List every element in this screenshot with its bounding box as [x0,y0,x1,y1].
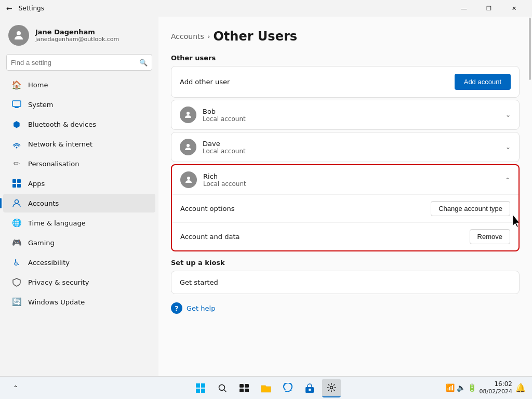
avatar [8,25,29,46]
svg-rect-6 [12,184,16,188]
dave-chevron: ⌄ [506,143,511,151]
nav-personalisation[interactable]: ✏️ Personalisation [3,154,155,173]
bob-card-row[interactable]: Bob Local account ⌄ [171,100,519,129]
nav-gaming[interactable]: 🎮 Gaming [3,233,155,252]
volume-tray-icon[interactable]: 🔈 [457,383,466,392]
nav-bluetooth[interactable]: ⬢ Bluetooth & devices [3,115,155,134]
nav-time-label: Time & language [28,219,86,227]
dave-type: Local account [203,148,246,155]
bob-chevron: ⌄ [506,111,511,118]
settings-taskbar-icon [326,382,337,393]
svg-rect-14 [196,389,200,393]
taskbar-fileexplorer-button[interactable] [257,379,275,397]
dave-card-row[interactable]: Dave Local account ⌄ [171,132,519,162]
svg-point-11 [187,177,190,180]
kiosk-card: Get started [171,271,520,294]
nav-apps[interactable]: Apps [3,174,155,193]
bob-info: Bob Local account [203,108,246,123]
remove-button[interactable]: Remove [470,229,510,244]
change-account-container: Change account type [431,201,510,216]
nav-time[interactable]: 🌐 Time & language [3,214,155,232]
maximize-button[interactable]: ❐ [477,0,501,17]
content-area: Accounts › Other Users Other users Add o… [158,17,532,376]
system-icon [11,99,22,110]
svg-rect-1 [12,101,21,107]
update-icon: 🔄 [11,297,22,307]
network-tray-icon[interactable]: 📶 [446,383,455,392]
start-button[interactable] [191,379,210,397]
dave-card-left: Dave Local account [180,139,246,155]
account-data-label: Account and data [180,233,240,241]
rich-card-left: Rich Local account [180,171,246,188]
user-profile: Jane Dagenham janedagenham@outlook.com [0,17,158,52]
nav-accessibility-label: Accessibility [28,259,70,267]
file-explorer-icon [261,383,271,393]
taskbar-chevron[interactable]: ⌃ [6,379,25,397]
rich-info: Rich Local account [203,172,246,188]
nav-accessibility[interactable]: ♿ Accessibility [3,253,155,272]
accounts-icon [11,198,22,208]
change-account-type-button[interactable]: Change account type [431,201,510,216]
add-user-card: Add other user Add account [171,66,520,98]
rich-chevron-up: ⌄ [505,176,510,183]
svg-point-24 [330,386,333,389]
account-options-label: Account options [180,205,235,212]
nav-gaming-label: Gaming [28,239,55,247]
battery-tray-icon[interactable]: 🔋 [468,383,476,392]
search-box[interactable]: 🔍 [6,54,152,71]
nav-accounts[interactable]: Accounts [3,194,155,212]
svg-rect-23 [309,389,311,391]
minimize-button[interactable]: — [452,0,476,17]
taskbar-search-button[interactable] [213,379,232,397]
nav-home[interactable]: 🏠 Home [3,75,155,94]
breadcrumb-parent[interactable]: Accounts [171,32,204,41]
search-input[interactable] [11,59,139,66]
nav-system[interactable]: System [3,95,155,114]
app-window: Jane Dagenham janedagenham@outlook.com 🔍… [0,17,532,376]
nav-update[interactable]: 🔄 Windows Update [3,292,155,311]
taskbar-taskview-button[interactable] [235,379,254,397]
nav-privacy[interactable]: Privacy & security [3,273,155,291]
taskbar-edge-button[interactable] [278,379,297,397]
svg-rect-4 [12,179,16,183]
rich-card-header[interactable]: Rich Local account ⌄ [172,165,518,195]
windows-logo-icon [196,383,205,393]
taskbar-settings-button[interactable] [322,379,341,397]
close-button[interactable]: ✕ [502,0,526,17]
get-help-row: ? Get help [171,300,520,316]
bob-card: Bob Local account ⌄ [171,100,520,130]
scrollbar-track[interactable] [529,17,532,376]
taskbar-store-button[interactable] [300,379,319,397]
breadcrumb: Accounts › Other Users [171,29,520,44]
notification-icon[interactable]: 🔔 [515,383,526,393]
kiosk-section-title: Set up a kiosk [171,259,520,267]
nav-system-label: System [28,101,53,109]
get-help-icon: ? [171,302,182,314]
add-account-button[interactable]: Add account [455,74,511,90]
breadcrumb-separator: › [207,32,210,41]
user-info: Jane Dagenham janedagenham@outlook.com [35,28,119,43]
get-help-link[interactable]: Get help [187,304,215,312]
breadcrumb-current: Other Users [213,29,297,44]
nav-network[interactable]: Network & internet [3,135,155,153]
taskbar: ⌃ [0,376,532,399]
accessibility-icon: ♿ [11,257,22,268]
svg-point-3 [16,147,18,149]
back-icon[interactable]: ← [6,4,12,12]
taskbar-chevron-icon: ⌃ [13,384,18,392]
nav-network-label: Network & internet [28,140,92,148]
search-icon: 🔍 [139,59,148,66]
add-user-label: Add other user [180,78,230,86]
user-name: Jane Dagenham [35,28,119,36]
taskbar-left: ⌃ [6,379,25,397]
user-email: janedagenham@outlook.com [35,36,119,43]
edge-icon [283,383,293,393]
taskbar-time[interactable]: 16:02 08/02/2024 [480,380,512,396]
taskbar-search-icon [217,383,228,393]
sidebar: Jane Dagenham janedagenham@outlook.com 🔍… [0,17,158,376]
scrollbar-thumb[interactable] [529,18,531,80]
apps-icon [11,178,22,189]
time-icon: 🌐 [11,218,22,228]
rich-avatar [180,171,197,188]
svg-rect-12 [196,383,200,388]
